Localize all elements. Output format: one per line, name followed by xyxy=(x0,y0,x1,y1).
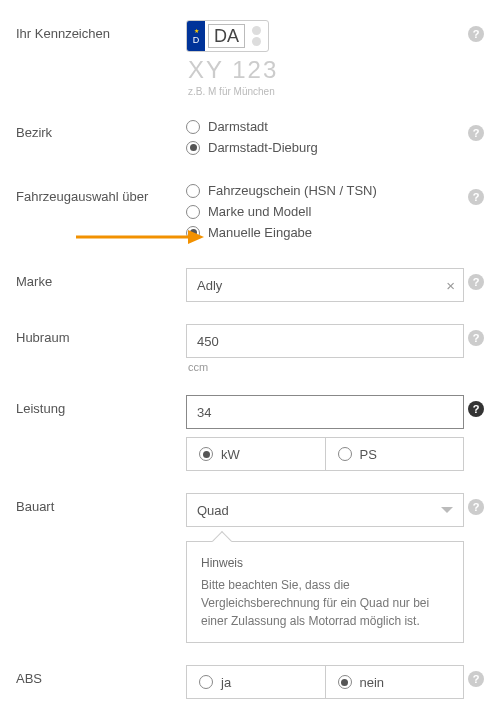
radio-fahrzeug-2[interactable]: Manuelle Eingabe xyxy=(186,225,464,240)
label-bauart: Bauart xyxy=(16,493,186,514)
help-icon[interactable]: ? xyxy=(468,26,484,42)
label-hubraum: Hubraum xyxy=(16,324,186,345)
label-leistung: Leistung xyxy=(16,395,186,416)
control-bezirk: Darmstadt Darmstadt-Dieburg xyxy=(186,119,464,161)
radio-label: kW xyxy=(221,447,240,462)
radio-fahrzeug-0[interactable]: Fahrzeugschein (HSN / TSN) xyxy=(186,183,464,198)
marke-input[interactable]: Adly × xyxy=(186,268,464,302)
radio-icon xyxy=(199,675,213,689)
radio-label: nein xyxy=(360,675,385,690)
radio-bezirk-1[interactable]: Darmstadt-Dieburg xyxy=(186,140,464,155)
leistung-unit-ps[interactable]: PS xyxy=(325,438,464,470)
input-value: 450 xyxy=(197,334,219,349)
radio-label: Marke und Modell xyxy=(208,204,311,219)
row-marke: Marke Adly × ? xyxy=(16,268,488,302)
hubraum-unit: ccm xyxy=(188,361,464,373)
help-icon[interactable]: ? xyxy=(468,671,484,687)
row-abs: ABS ja nein ? xyxy=(16,665,488,699)
control-fahrzeugauswahl: Fahrzeugschein (HSN / TSN) Marke und Mod… xyxy=(186,183,464,246)
row-bauart: Bauart Quad Hinweis Bitte beachten Sie, … xyxy=(16,493,488,643)
plate-hint: z.B. M für München xyxy=(188,86,464,97)
row-kennzeichen: Ihr Kennzeichen ★ D DA XY 123 z.B. M für… xyxy=(16,20,488,97)
help-icon[interactable]: ? xyxy=(468,401,484,417)
abs-ja[interactable]: ja xyxy=(187,666,325,698)
help-icon[interactable]: ? xyxy=(468,274,484,290)
radio-icon xyxy=(186,226,200,240)
leistung-unit-toggle: kW PS xyxy=(186,437,464,471)
label-marke: Marke xyxy=(16,268,186,289)
help-icon[interactable]: ? xyxy=(468,125,484,141)
radio-label: Manuelle Eingabe xyxy=(208,225,312,240)
radio-bezirk-0[interactable]: Darmstadt xyxy=(186,119,464,134)
abs-nein[interactable]: nein xyxy=(325,666,464,698)
hubraum-input[interactable]: 450 xyxy=(186,324,464,358)
hint-title: Hinweis xyxy=(201,554,449,572)
help-icon[interactable]: ? xyxy=(468,330,484,346)
radio-icon xyxy=(338,447,352,461)
row-hubraum: Hubraum 450 ccm ? xyxy=(16,324,488,373)
input-value: 34 xyxy=(197,405,211,420)
plate-seals xyxy=(248,21,268,51)
row-fahrzeugauswahl: Fahrzeugauswahl über Fahrzeugschein (HSN… xyxy=(16,183,488,246)
radio-label: PS xyxy=(360,447,377,462)
radio-icon xyxy=(186,120,200,134)
eu-badge: ★ D xyxy=(187,21,205,51)
leistung-unit-kw[interactable]: kW xyxy=(187,438,325,470)
control-kennzeichen: ★ D DA XY 123 z.B. M für München xyxy=(186,20,464,97)
eu-country: D xyxy=(193,35,200,45)
leistung-input[interactable]: 34 xyxy=(186,395,464,429)
control-hubraum: 450 ccm xyxy=(186,324,464,373)
label-kennzeichen: Ihr Kennzeichen xyxy=(16,20,186,41)
radio-icon xyxy=(186,184,200,198)
abs-toggle: ja nein xyxy=(186,665,464,699)
row-bezirk: Bezirk Darmstadt Darmstadt-Dieburg ? xyxy=(16,119,488,161)
radio-icon xyxy=(186,141,200,155)
radio-icon xyxy=(338,675,352,689)
radio-icon xyxy=(199,447,213,461)
label-bezirk: Bezirk xyxy=(16,119,186,140)
control-abs: ja nein xyxy=(186,665,464,699)
control-bauart: Quad Hinweis Bitte beachten Sie, dass di… xyxy=(186,493,464,643)
plate-placeholder: XY 123 xyxy=(188,56,464,84)
help-icon[interactable]: ? xyxy=(468,499,484,515)
select-value: Quad xyxy=(197,503,229,518)
radio-fahrzeug-1[interactable]: Marke und Modell xyxy=(186,204,464,219)
radio-label: Fahrzeugschein (HSN / TSN) xyxy=(208,183,377,198)
license-plate-input[interactable]: ★ D DA xyxy=(186,20,269,52)
bauart-select[interactable]: Quad xyxy=(186,493,464,527)
hint-text: Bitte beachten Sie, dass die Vergleichsb… xyxy=(201,576,449,630)
help-icon[interactable]: ? xyxy=(468,189,484,205)
label-fahrzeugauswahl: Fahrzeugauswahl über xyxy=(16,183,186,204)
control-leistung: 34 kW PS xyxy=(186,395,464,471)
chevron-down-icon xyxy=(441,507,453,513)
plate-code[interactable]: DA xyxy=(208,24,245,48)
radio-label: Darmstadt xyxy=(208,119,268,134)
control-marke: Adly × xyxy=(186,268,464,302)
bauart-hint-box: Hinweis Bitte beachten Sie, dass die Ver… xyxy=(186,541,464,643)
row-leistung: Leistung 34 kW PS ? xyxy=(16,395,488,471)
clear-icon[interactable]: × xyxy=(446,277,455,294)
label-abs: ABS xyxy=(16,665,186,686)
radio-label: ja xyxy=(221,675,231,690)
input-value: Adly xyxy=(197,278,222,293)
radio-icon xyxy=(186,205,200,219)
radio-label: Darmstadt-Dieburg xyxy=(208,140,318,155)
